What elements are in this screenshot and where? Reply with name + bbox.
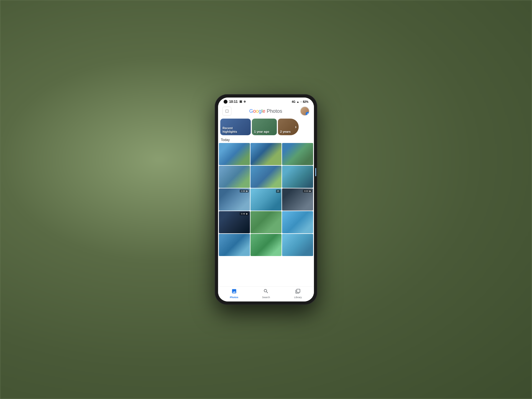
memory-1year-label: 1 year ago — [254, 130, 269, 134]
video-duration-1: 1:34 — [241, 190, 245, 192]
phone-screen: 10:11 🖼 ⚙ 4G ▲ ↑ 82% ☐ Google Photos — [218, 98, 314, 301]
photo-row-2 — [219, 166, 313, 188]
library-nav-icon — [295, 288, 301, 295]
app-title: Google Photos — [249, 108, 282, 114]
photo-1[interactable] — [219, 143, 250, 165]
memory-2years-label: 2 years — [280, 130, 291, 134]
bottom-nav: Photos Search Libr — [218, 287, 314, 301]
battery-text: 82% — [303, 100, 308, 103]
wifi-icon: ↑ — [300, 100, 302, 103]
play-icon-1 — [246, 190, 248, 192]
google-letter-o1: o — [253, 108, 256, 114]
photo-8-motion[interactable]: ⟳ — [250, 188, 282, 211]
status-bar-left: 10:11 🖼 ⚙ — [224, 100, 246, 104]
photo-13[interactable] — [219, 234, 250, 256]
photo-row-3: 1:34 ⟳ 0:03 — [219, 188, 313, 211]
status-icons: 4G ▲ ↑ 82% — [292, 100, 308, 103]
play-icon-3 — [246, 213, 248, 215]
app-header: ☐ Google Photos — [218, 105, 314, 117]
nav-item-photos[interactable]: Photos — [218, 288, 250, 299]
motion-icon: ⟳ — [277, 190, 279, 193]
video-duration-2: 0:03 — [304, 190, 308, 192]
photo-7-video[interactable]: 1:34 — [219, 188, 250, 211]
phone-wrapper: 10:11 🖼 ⚙ 4G ▲ ↑ 82% ☐ Google Photos — [215, 94, 317, 305]
google-letter-g2: g — [259, 108, 261, 114]
memory-card-2years[interactable]: 2 years › — [278, 119, 299, 135]
video-badge-3: 0:46 — [240, 212, 249, 215]
select-icon: ☐ — [225, 109, 229, 113]
photo-5[interactable] — [250, 166, 282, 188]
photo-grid: 1:34 ⟳ 0:03 — [218, 143, 314, 287]
motion-badge: ⟳ — [276, 190, 280, 193]
video-badge-2: 0:03 — [303, 190, 312, 193]
photo-14[interactable] — [250, 234, 282, 256]
nav-item-library[interactable]: Library — [282, 288, 314, 299]
avatar[interactable] — [300, 106, 310, 116]
photo-row-4: 0:46 — [219, 211, 313, 233]
section-today-label: Today — [218, 136, 314, 143]
photo-15[interactable] — [282, 234, 313, 256]
photo-11[interactable] — [250, 211, 282, 233]
photo-3[interactable] — [282, 143, 313, 165]
google-letter-e: e — [262, 108, 265, 114]
select-button[interactable]: ☐ — [222, 107, 231, 116]
photo-6[interactable] — [282, 166, 313, 188]
google-letter-o2: o — [256, 108, 259, 114]
photo-row-5 — [219, 234, 313, 256]
play-icon-2 — [310, 190, 311, 192]
photo-row-1 — [219, 143, 313, 165]
photo-10-video[interactable]: 0:46 — [219, 211, 250, 233]
memory-recent-label: Recenthighlights — [222, 126, 237, 134]
google-letter-g: G — [249, 108, 253, 114]
memory-card-recent[interactable]: Recenthighlights — [220, 119, 251, 135]
memories-strip: Recenthighlights 1 year ago 2 years › — [218, 117, 314, 136]
memory-arrow-icon: › — [295, 124, 296, 129]
library-nav-label: Library — [294, 296, 302, 299]
signal-text: 4G — [292, 100, 295, 103]
settings-icon: ⚙ — [244, 100, 246, 103]
camera-dot — [224, 100, 227, 104]
search-nav-icon — [263, 288, 269, 295]
photos-nav-label: Photos — [230, 296, 238, 299]
notification-icon: 🖼 — [239, 100, 242, 103]
video-badge-1: 1:34 — [240, 190, 249, 193]
photo-2[interactable] — [250, 143, 282, 165]
photo-12[interactable] — [282, 211, 313, 233]
signal-bars-icon: ▲ — [296, 100, 299, 103]
photo-9-video[interactable]: 0:03 — [282, 188, 313, 211]
photo-4[interactable] — [219, 166, 250, 188]
status-time: 10:11 — [229, 100, 238, 104]
search-nav-label: Search — [262, 296, 270, 299]
phone: 10:11 🖼 ⚙ 4G ▲ ↑ 82% ☐ Google Photos — [215, 94, 317, 305]
video-duration-3: 0:46 — [241, 213, 245, 215]
memory-card-1year[interactable]: 1 year ago — [252, 119, 277, 135]
status-bar: 10:11 🖼 ⚙ 4G ▲ ↑ 82% — [218, 98, 314, 105]
nav-item-search[interactable]: Search — [250, 288, 282, 299]
photos-nav-icon — [231, 288, 237, 295]
photos-text: Photos — [267, 108, 282, 114]
